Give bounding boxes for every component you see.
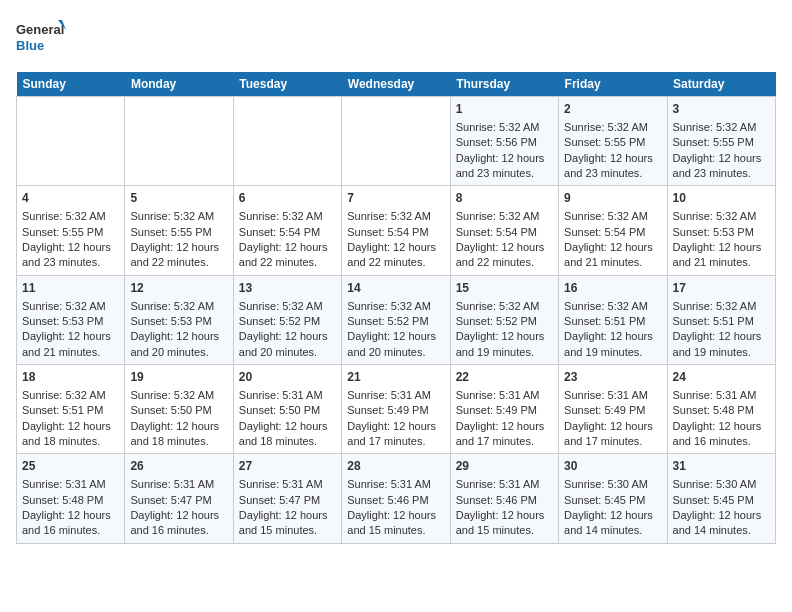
day-info: Sunset: 5:52 PM	[456, 314, 553, 329]
logo: General Blue	[16, 16, 66, 60]
day-info: and 22 minutes.	[456, 255, 553, 270]
calendar-cell: 4Sunrise: 5:32 AMSunset: 5:55 PMDaylight…	[17, 186, 125, 275]
day-header-monday: Monday	[125, 72, 233, 97]
calendar-cell: 2Sunrise: 5:32 AMSunset: 5:55 PMDaylight…	[559, 97, 667, 186]
day-info: Sunrise: 5:32 AM	[22, 299, 119, 314]
day-info: Sunrise: 5:32 AM	[130, 209, 227, 224]
day-info: Sunset: 5:50 PM	[130, 403, 227, 418]
day-info: and 20 minutes.	[347, 345, 444, 360]
day-info: Sunrise: 5:32 AM	[673, 299, 770, 314]
day-info: and 21 minutes.	[564, 255, 661, 270]
day-number: 16	[564, 280, 661, 297]
day-info: and 23 minutes.	[673, 166, 770, 181]
day-info: Sunrise: 5:32 AM	[130, 388, 227, 403]
day-info: Sunset: 5:56 PM	[456, 135, 553, 150]
day-info: and 16 minutes.	[130, 523, 227, 538]
day-info: Sunset: 5:49 PM	[564, 403, 661, 418]
day-info: and 18 minutes.	[130, 434, 227, 449]
calendar-cell: 29Sunrise: 5:31 AMSunset: 5:46 PMDayligh…	[450, 454, 558, 543]
day-info: Sunset: 5:47 PM	[239, 493, 336, 508]
day-info: Daylight: 12 hours	[347, 329, 444, 344]
day-info: Sunset: 5:48 PM	[22, 493, 119, 508]
day-info: Sunrise: 5:31 AM	[239, 388, 336, 403]
day-info: Daylight: 12 hours	[130, 240, 227, 255]
day-info: and 15 minutes.	[347, 523, 444, 538]
calendar-cell: 10Sunrise: 5:32 AMSunset: 5:53 PMDayligh…	[667, 186, 775, 275]
day-info: Daylight: 12 hours	[239, 419, 336, 434]
logo-svg: General Blue	[16, 16, 66, 60]
day-info: Sunrise: 5:32 AM	[22, 388, 119, 403]
calendar-cell	[233, 97, 341, 186]
day-info: Sunset: 5:53 PM	[673, 225, 770, 240]
day-info: and 15 minutes.	[456, 523, 553, 538]
day-number: 29	[456, 458, 553, 475]
calendar-cell: 16Sunrise: 5:32 AMSunset: 5:51 PMDayligh…	[559, 275, 667, 364]
day-info: Sunset: 5:48 PM	[673, 403, 770, 418]
day-number: 3	[673, 101, 770, 118]
day-info: and 18 minutes.	[239, 434, 336, 449]
day-info: Sunrise: 5:32 AM	[239, 209, 336, 224]
day-info: Sunrise: 5:32 AM	[673, 209, 770, 224]
day-info: and 17 minutes.	[456, 434, 553, 449]
calendar-cell: 22Sunrise: 5:31 AMSunset: 5:49 PMDayligh…	[450, 365, 558, 454]
day-info: Daylight: 12 hours	[456, 329, 553, 344]
day-info: Daylight: 12 hours	[564, 151, 661, 166]
day-info: and 23 minutes.	[22, 255, 119, 270]
day-number: 26	[130, 458, 227, 475]
day-number: 22	[456, 369, 553, 386]
week-row-2: 4Sunrise: 5:32 AMSunset: 5:55 PMDaylight…	[17, 186, 776, 275]
day-info: Sunrise: 5:31 AM	[673, 388, 770, 403]
day-info: Sunset: 5:55 PM	[22, 225, 119, 240]
day-info: and 22 minutes.	[239, 255, 336, 270]
day-info: Sunset: 5:46 PM	[456, 493, 553, 508]
day-info: Sunset: 5:49 PM	[347, 403, 444, 418]
day-info: Sunrise: 5:32 AM	[456, 120, 553, 135]
calendar-cell: 20Sunrise: 5:31 AMSunset: 5:50 PMDayligh…	[233, 365, 341, 454]
day-info: Sunset: 5:54 PM	[347, 225, 444, 240]
day-info: Sunset: 5:51 PM	[564, 314, 661, 329]
day-number: 11	[22, 280, 119, 297]
calendar-cell: 12Sunrise: 5:32 AMSunset: 5:53 PMDayligh…	[125, 275, 233, 364]
day-info: Daylight: 12 hours	[673, 151, 770, 166]
day-info: Daylight: 12 hours	[22, 329, 119, 344]
week-row-3: 11Sunrise: 5:32 AMSunset: 5:53 PMDayligh…	[17, 275, 776, 364]
week-row-1: 1Sunrise: 5:32 AMSunset: 5:56 PMDaylight…	[17, 97, 776, 186]
day-number: 13	[239, 280, 336, 297]
calendar-cell: 14Sunrise: 5:32 AMSunset: 5:52 PMDayligh…	[342, 275, 450, 364]
day-info: Sunset: 5:55 PM	[564, 135, 661, 150]
day-number: 25	[22, 458, 119, 475]
day-number: 27	[239, 458, 336, 475]
day-info: and 14 minutes.	[564, 523, 661, 538]
day-info: Sunrise: 5:32 AM	[347, 299, 444, 314]
day-number: 5	[130, 190, 227, 207]
day-info: Daylight: 12 hours	[22, 240, 119, 255]
calendar-cell: 7Sunrise: 5:32 AMSunset: 5:54 PMDaylight…	[342, 186, 450, 275]
day-info: Sunset: 5:53 PM	[130, 314, 227, 329]
day-number: 15	[456, 280, 553, 297]
day-info: and 17 minutes.	[347, 434, 444, 449]
calendar-cell: 28Sunrise: 5:31 AMSunset: 5:46 PMDayligh…	[342, 454, 450, 543]
day-info: and 15 minutes.	[239, 523, 336, 538]
day-info: Sunrise: 5:32 AM	[564, 120, 661, 135]
calendar-cell: 31Sunrise: 5:30 AMSunset: 5:45 PMDayligh…	[667, 454, 775, 543]
day-number: 12	[130, 280, 227, 297]
day-info: Sunset: 5:50 PM	[239, 403, 336, 418]
day-info: Sunset: 5:49 PM	[456, 403, 553, 418]
day-info: Sunset: 5:47 PM	[130, 493, 227, 508]
day-info: Sunrise: 5:31 AM	[347, 388, 444, 403]
day-number: 30	[564, 458, 661, 475]
day-info: Daylight: 12 hours	[239, 508, 336, 523]
day-info: Sunset: 5:45 PM	[673, 493, 770, 508]
day-info: and 22 minutes.	[347, 255, 444, 270]
day-number: 19	[130, 369, 227, 386]
calendar-cell: 5Sunrise: 5:32 AMSunset: 5:55 PMDaylight…	[125, 186, 233, 275]
calendar-cell: 9Sunrise: 5:32 AMSunset: 5:54 PMDaylight…	[559, 186, 667, 275]
day-info: Daylight: 12 hours	[347, 419, 444, 434]
calendar-cell: 27Sunrise: 5:31 AMSunset: 5:47 PMDayligh…	[233, 454, 341, 543]
calendar-cell	[17, 97, 125, 186]
day-info: Daylight: 12 hours	[456, 151, 553, 166]
day-info: Sunrise: 5:32 AM	[130, 299, 227, 314]
day-info: Sunset: 5:54 PM	[456, 225, 553, 240]
day-info: Sunset: 5:54 PM	[564, 225, 661, 240]
day-info: Daylight: 12 hours	[456, 240, 553, 255]
